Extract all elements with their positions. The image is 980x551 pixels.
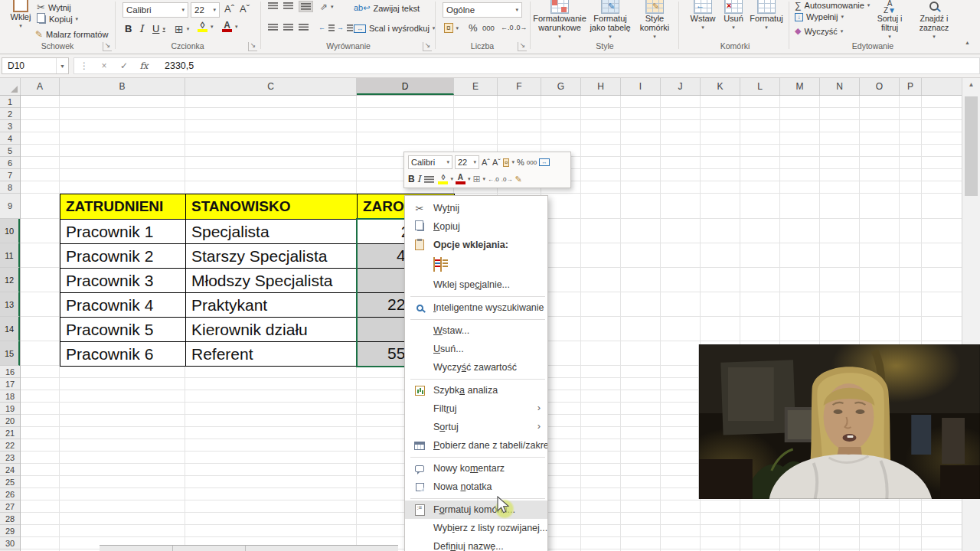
row-header-8[interactable]: 8 <box>0 181 20 194</box>
context-menu-item-szybka-analiza[interactable]: Szybka analiza <box>405 381 547 399</box>
comma-style-button[interactable]: 000 <box>482 24 495 32</box>
context-menu-item-definiuj-nazwę[interactable]: Definiuj nazwę... <box>405 537 547 551</box>
clear-button[interactable]: ◆ Wyczyść ▾ <box>795 26 843 36</box>
font-color-button[interactable]: A ▾ <box>222 21 238 32</box>
percent-style-button[interactable]: % <box>469 22 478 34</box>
row-header-9[interactable]: 9 <box>0 194 20 219</box>
collapse-ribbon-button[interactable]: ▲ <box>965 40 970 45</box>
column-header-A[interactable]: A <box>21 78 60 95</box>
wrap-text-button[interactable]: ab↩ Zawijaj tekst <box>354 3 420 13</box>
row-header-18[interactable]: 18 <box>0 390 20 403</box>
number-dialog-launcher[interactable]: ↘ <box>518 42 527 51</box>
row-header-13[interactable]: 13 <box>0 292 20 317</box>
align-left-button[interactable] <box>268 24 278 31</box>
row-header-21[interactable]: 21 <box>0 427 20 439</box>
context-menu-item-sortuj[interactable]: Sortuj› <box>405 418 547 436</box>
mini-merge-button[interactable]: ↔ <box>539 158 550 166</box>
format-cells-button[interactable]: Formatuj ▾ <box>747 0 786 32</box>
grow-font-button[interactable]: Aˆ <box>224 3 234 15</box>
context-menu-item-filtruj[interactable]: Filtruj› <box>405 399 547 418</box>
mini-font-name-select[interactable]: Calibri▾ <box>408 155 452 169</box>
mini-percent-button[interactable]: % <box>517 158 524 167</box>
scroll-up-icon[interactable]: ▲ <box>962 78 980 92</box>
cell-C15[interactable]: Referent <box>185 341 358 367</box>
shrink-font-button[interactable]: Aˇ <box>240 3 250 15</box>
row-header-24[interactable]: 24 <box>0 464 20 476</box>
row-header-22[interactable]: 22 <box>0 439 20 452</box>
row-header-23[interactable]: 23 <box>0 452 20 464</box>
accounting-format-button[interactable]: ¤ ▾ <box>444 23 459 33</box>
row-header-28[interactable]: 28 <box>0 513 20 525</box>
confirm-entry-icon[interactable]: ✓ <box>114 60 134 71</box>
font-name-select[interactable]: Calibri▾ <box>122 2 188 18</box>
context-menu-item-opcje-wklejania[interactable]: Opcje wklejania: <box>405 236 547 254</box>
cell-C9[interactable]: STANOWISKO <box>185 194 358 220</box>
column-header-D[interactable]: D <box>357 78 454 95</box>
mini-accounting-button[interactable]: ¤ <box>503 158 509 167</box>
context-menu-item-kopiuj[interactable]: Kopiuj <box>405 217 547 236</box>
row-header-17[interactable]: 17 <box>0 378 20 390</box>
autosum-button[interactable]: ∑ Autosumowanie ▾ <box>795 0 870 11</box>
cell-C11[interactable]: Starszy Specjalista <box>185 243 358 269</box>
select-all-corner[interactable] <box>0 78 21 95</box>
cell-B15[interactable]: Pracownik 6 <box>60 341 186 367</box>
context-menu-item-nowa-notatka[interactable]: Nowa notatka <box>405 478 547 496</box>
increase-decimal-button[interactable]: ←.0 <box>501 24 514 31</box>
row-header-27[interactable]: 27 <box>0 500 20 513</box>
decrease-decimal-button[interactable]: .0→ <box>514 24 528 31</box>
row-header-20[interactable]: 20 <box>0 415 20 427</box>
row-header-26[interactable]: 26 <box>0 488 20 500</box>
row-header-2[interactable]: 2 <box>0 108 20 120</box>
font-dialog-launcher[interactable]: ↘ <box>248 42 257 51</box>
align-right-button[interactable] <box>299 24 309 31</box>
align-middle-button[interactable] <box>283 2 293 9</box>
number-format-select[interactable]: Ogólne▾ <box>443 2 522 18</box>
conditional-formatting-button[interactable]: Formatowanie warunkowe ▾ <box>534 0 585 41</box>
underline-button[interactable]: U▾ <box>152 23 165 34</box>
align-top-button[interactable] <box>268 2 278 9</box>
mini-decrease-decimal-button[interactable]: .0→ <box>501 176 513 183</box>
column-header-B[interactable]: B <box>60 78 185 95</box>
row-header-12[interactable]: 12 <box>0 268 20 292</box>
context-menu-item-usuń[interactable]: Usuń... <box>405 340 547 358</box>
cancel-entry-icon[interactable]: × <box>94 60 114 71</box>
font-size-select[interactable]: 22▾ <box>191 2 220 18</box>
cut-button[interactable]: ✂ Wytnij <box>37 2 71 13</box>
insert-function-icon[interactable]: fx <box>134 60 154 71</box>
find-select-button[interactable]: Znajdź i zaznacz ▾ <box>913 2 956 41</box>
mini-borders-button[interactable]: ⊞ <box>472 174 480 184</box>
cell-B9[interactable]: ZATRUDNIENI <box>60 194 186 220</box>
row-header-5[interactable]: 5 <box>0 145 20 157</box>
paste-values-icon[interactable] <box>440 258 442 272</box>
row-header-19[interactable]: 19 <box>0 403 20 415</box>
clipboard-dialog-launcher[interactable]: ↘ <box>103 42 112 51</box>
mini-shrink-font-button[interactable]: Aˇ <box>492 158 501 167</box>
merge-center-button[interactable]: ↔ Scal i wyśrodkuj ▾ <box>354 24 435 33</box>
fill-button[interactable]: ↓ Wypełnij ▾ <box>795 12 844 21</box>
context-menu-item-formatuj-komórki[interactable]: :≡Formatuj komórki... <box>405 500 547 519</box>
cell-B12[interactable]: Pracownik 3 <box>60 268 186 293</box>
scrollbar-thumb[interactable] <box>965 96 978 196</box>
italic-button[interactable]: I <box>139 23 143 34</box>
mini-font-color-button[interactable]: A <box>456 174 466 184</box>
row-header-6[interactable]: 6 <box>0 157 20 169</box>
row-header-16[interactable]: 16 <box>0 366 20 378</box>
alignment-dialog-launcher[interactable]: ↘ <box>423 42 432 51</box>
copy-button[interactable]: Kopiuj ▾ <box>37 15 78 24</box>
row-header-3[interactable]: 3 <box>0 120 20 132</box>
column-header-N[interactable]: N <box>820 78 860 95</box>
sheet-tabs-partial[interactable] <box>100 545 398 551</box>
row-header-11[interactable]: 11 <box>0 243 20 268</box>
column-header-L[interactable]: L <box>740 78 780 95</box>
cell-C10[interactable]: Specjalista <box>185 219 358 244</box>
column-header-G[interactable]: G <box>541 78 581 95</box>
bold-button[interactable]: B <box>125 23 132 34</box>
row-header-14[interactable]: 14 <box>0 317 20 341</box>
row-header-4[interactable]: 4 <box>0 132 20 145</box>
orientation-button[interactable]: ⇗▾ <box>320 2 334 12</box>
insert-cells-button[interactable]: ← Wstaw ▾ <box>686 0 720 32</box>
row-header-1[interactable]: 1 <box>0 96 20 108</box>
mini-italic-button[interactable]: I <box>417 174 421 184</box>
row-header-25[interactable]: 25 <box>0 476 20 488</box>
column-header-P[interactable]: P <box>900 78 922 95</box>
